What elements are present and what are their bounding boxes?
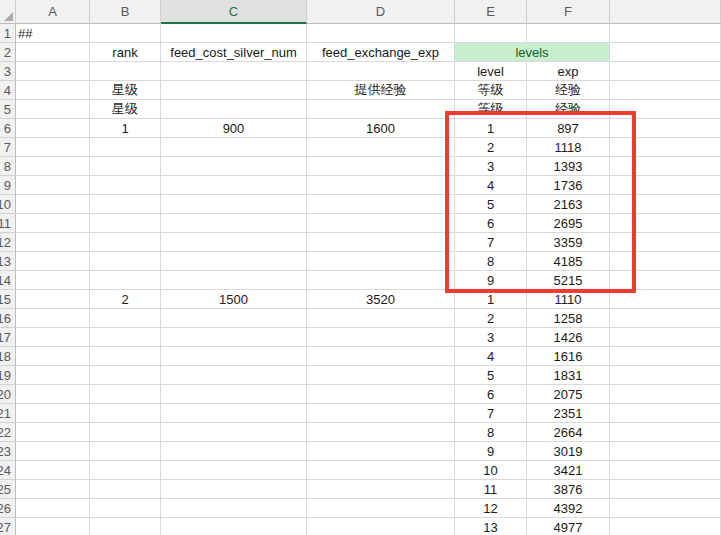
cell-E8[interactable]: 3: [455, 157, 527, 176]
cell-G6[interactable]: [610, 119, 721, 138]
cell-E20[interactable]: 6: [455, 385, 527, 404]
cell-F3[interactable]: exp: [527, 62, 610, 81]
cell-A10[interactable]: [16, 195, 90, 214]
row-header-5[interactable]: 5: [0, 100, 16, 119]
row-header-6[interactable]: 6: [0, 119, 16, 138]
cell-E17[interactable]: 3: [455, 328, 527, 347]
cell-F6[interactable]: 897: [527, 119, 610, 138]
cell-A1[interactable]: ##: [16, 24, 90, 43]
cell-A21[interactable]: [16, 404, 90, 423]
cell-A26[interactable]: [16, 499, 90, 518]
cell-C26[interactable]: [161, 499, 307, 518]
cell-A18[interactable]: [16, 347, 90, 366]
cell-C3[interactable]: [161, 62, 307, 81]
cell-C4[interactable]: [161, 81, 307, 100]
cell-D2[interactable]: feed_exchange_exp: [307, 43, 455, 62]
cell-F5[interactable]: 经验: [527, 100, 610, 119]
row-header-8[interactable]: 8: [0, 157, 16, 176]
cell-G3[interactable]: [610, 62, 721, 81]
row-header-14[interactable]: 14: [0, 271, 16, 290]
cell-F11[interactable]: 2695: [527, 214, 610, 233]
cell-E21[interactable]: 7: [455, 404, 527, 423]
cell-A13[interactable]: [16, 252, 90, 271]
cell-F25[interactable]: 3876: [527, 480, 610, 499]
cell-B25[interactable]: [90, 480, 161, 499]
cell-B27[interactable]: [90, 518, 161, 535]
cell-G15[interactable]: [610, 290, 721, 309]
cell-B17[interactable]: [90, 328, 161, 347]
row-header-11[interactable]: 11: [0, 214, 16, 233]
cell-B9[interactable]: [90, 176, 161, 195]
cell-C21[interactable]: [161, 404, 307, 423]
cell-D4[interactable]: 提供经验: [307, 81, 455, 100]
cell-A11[interactable]: [16, 214, 90, 233]
cell-E26[interactable]: 12: [455, 499, 527, 518]
cell-D17[interactable]: [307, 328, 455, 347]
cell-A6[interactable]: [16, 119, 90, 138]
column-header-F[interactable]: F: [527, 0, 610, 24]
row-header-20[interactable]: 20: [0, 385, 16, 404]
row-header-17[interactable]: 17: [0, 328, 16, 347]
cell-A4[interactable]: [16, 81, 90, 100]
cell-A9[interactable]: [16, 176, 90, 195]
cell-E25[interactable]: 11: [455, 480, 527, 499]
cell-D12[interactable]: [307, 233, 455, 252]
row-header-21[interactable]: 21: [0, 404, 16, 423]
cell-C14[interactable]: [161, 271, 307, 290]
cell-B12[interactable]: [90, 233, 161, 252]
cell-E22[interactable]: 8: [455, 423, 527, 442]
cell-G21[interactable]: [610, 404, 721, 423]
cell-G26[interactable]: [610, 499, 721, 518]
cell-C27[interactable]: [161, 518, 307, 535]
cell-D11[interactable]: [307, 214, 455, 233]
cell-D14[interactable]: [307, 271, 455, 290]
cell-A24[interactable]: [16, 461, 90, 480]
cell-B18[interactable]: [90, 347, 161, 366]
cell-E27[interactable]: 13: [455, 518, 527, 535]
cell-G1[interactable]: [610, 24, 721, 43]
cell-G25[interactable]: [610, 480, 721, 499]
cell-D16[interactable]: [307, 309, 455, 328]
cell-B14[interactable]: [90, 271, 161, 290]
cell-F4[interactable]: 经验: [527, 81, 610, 100]
cell-G18[interactable]: [610, 347, 721, 366]
row-header-24[interactable]: 24: [0, 461, 16, 480]
cell-B13[interactable]: [90, 252, 161, 271]
row-header-1[interactable]: 1: [0, 24, 16, 43]
row-header-7[interactable]: 7: [0, 138, 16, 157]
cell-B11[interactable]: [90, 214, 161, 233]
cell-E23[interactable]: 9: [455, 442, 527, 461]
row-header-26[interactable]: 26: [0, 499, 16, 518]
cell-D26[interactable]: [307, 499, 455, 518]
cell-D8[interactable]: [307, 157, 455, 176]
cell-C10[interactable]: [161, 195, 307, 214]
cell-B23[interactable]: [90, 442, 161, 461]
cell-D6[interactable]: 1600: [307, 119, 455, 138]
cell-D19[interactable]: [307, 366, 455, 385]
cell-D18[interactable]: [307, 347, 455, 366]
cell-B21[interactable]: [90, 404, 161, 423]
cell-D15[interactable]: 3520: [307, 290, 455, 309]
cell-F24[interactable]: 3421: [527, 461, 610, 480]
cell-D10[interactable]: [307, 195, 455, 214]
cell-B6[interactable]: 1: [90, 119, 161, 138]
cell-E18[interactable]: 4: [455, 347, 527, 366]
cell-E7[interactable]: 2: [455, 138, 527, 157]
cell-E16[interactable]: 2: [455, 309, 527, 328]
cell-A14[interactable]: [16, 271, 90, 290]
column-header-C[interactable]: C: [161, 0, 307, 24]
cell-A7[interactable]: [16, 138, 90, 157]
cell-F16[interactable]: 1258: [527, 309, 610, 328]
cell-B8[interactable]: [90, 157, 161, 176]
cell-D20[interactable]: [307, 385, 455, 404]
cell-E4[interactable]: 等级: [455, 81, 527, 100]
cell-C15[interactable]: 1500: [161, 290, 307, 309]
cell-C13[interactable]: [161, 252, 307, 271]
cell-C8[interactable]: [161, 157, 307, 176]
cell-B7[interactable]: [90, 138, 161, 157]
row-header-9[interactable]: 9: [0, 176, 16, 195]
cell-C24[interactable]: [161, 461, 307, 480]
cell-F23[interactable]: 3019: [527, 442, 610, 461]
row-header-27[interactable]: 27: [0, 518, 16, 535]
cell-A16[interactable]: [16, 309, 90, 328]
